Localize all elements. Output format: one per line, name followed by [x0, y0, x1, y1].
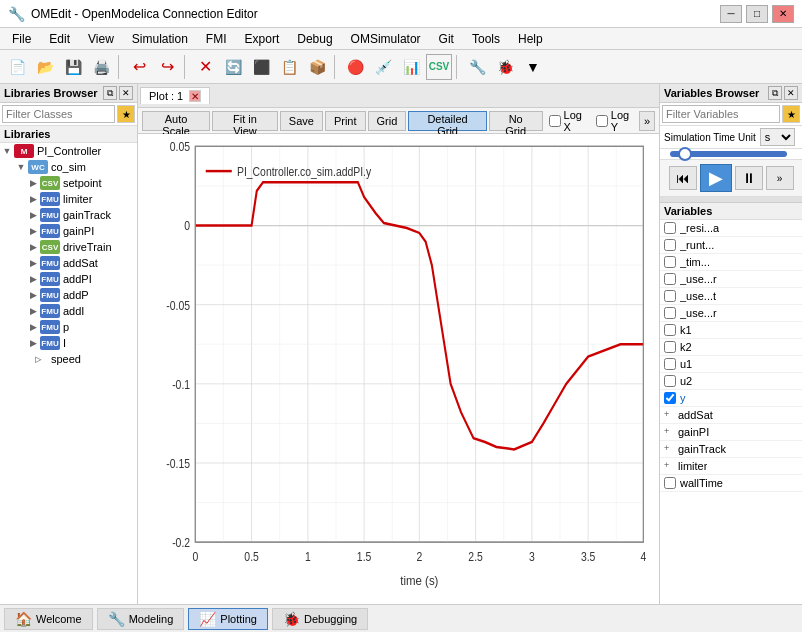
- var-checkbox[interactable]: [664, 375, 676, 387]
- play-button[interactable]: ▶: [700, 164, 732, 192]
- menu-item-tools[interactable]: Tools: [464, 30, 508, 48]
- var-checkbox[interactable]: [664, 256, 676, 268]
- save-button[interactable]: 💾: [60, 54, 86, 80]
- close-button[interactable]: ✕: [772, 5, 794, 23]
- lib-item-setpoint[interactable]: ▶CSVsetpoint: [0, 175, 137, 191]
- var-item-u1[interactable]: u1: [660, 356, 802, 373]
- package-button[interactable]: 📦: [304, 54, 330, 80]
- maximize-button[interactable]: □: [746, 5, 768, 23]
- var-checkbox[interactable]: [664, 392, 676, 404]
- lib-item-co-sim[interactable]: ▼WCco_sim: [0, 159, 137, 175]
- var-item--tim---[interactable]: _tim...: [660, 254, 802, 271]
- lib-item-expander[interactable]: ▶: [26, 338, 40, 348]
- connection-button[interactable]: 📋: [276, 54, 302, 80]
- log-x-check[interactable]: Log X: [549, 109, 590, 133]
- var-checkbox[interactable]: [664, 341, 676, 353]
- lib-item-expander[interactable]: ▶: [26, 306, 40, 316]
- undo-button[interactable]: ↩: [126, 54, 152, 80]
- lib-item-addi[interactable]: ▶FMUaddI: [0, 303, 137, 319]
- csv-button[interactable]: CSV: [426, 54, 452, 80]
- lib-item-expander[interactable]: ▶: [26, 258, 40, 268]
- menu-item-simulation[interactable]: Simulation: [124, 30, 196, 48]
- no-grid-button[interactable]: No Grid: [489, 111, 543, 131]
- lib-float-button[interactable]: ⧉: [103, 86, 117, 100]
- log-y-check[interactable]: Log Y: [596, 109, 637, 133]
- menu-item-export[interactable]: Export: [237, 30, 288, 48]
- inject-button[interactable]: 💉: [370, 54, 396, 80]
- lib-item-expander[interactable]: ▼: [14, 162, 28, 172]
- var-checkbox[interactable]: [664, 477, 676, 489]
- var-checkbox[interactable]: [664, 239, 676, 251]
- var-item-limiter[interactable]: +limiter: [660, 458, 802, 475]
- chart-button[interactable]: 📊: [398, 54, 424, 80]
- pause-button[interactable]: ⏸: [735, 166, 763, 190]
- menu-item-debug[interactable]: Debug: [289, 30, 340, 48]
- sim-time-select[interactable]: s ms min h: [760, 128, 795, 146]
- minimize-button[interactable]: ─: [720, 5, 742, 23]
- menu-item-file[interactable]: File: [4, 30, 39, 48]
- var-checkbox[interactable]: [664, 307, 676, 319]
- lib-filter-star[interactable]: ★: [117, 105, 135, 123]
- var-item-gaintrack[interactable]: +gainTrack: [660, 441, 802, 458]
- lib-item-i[interactable]: ▶FMUI: [0, 335, 137, 351]
- lib-search-input[interactable]: [2, 105, 115, 123]
- var-item-gainpi[interactable]: +gainPI: [660, 424, 802, 441]
- tab-modeling[interactable]: 🔧 Modeling: [97, 608, 185, 630]
- lib-item-expander[interactable]: ▶: [26, 322, 40, 332]
- block-button[interactable]: ⬛: [248, 54, 274, 80]
- var-checkbox[interactable]: [664, 324, 676, 336]
- lib-item-limiter[interactable]: ▶FMUlimiter: [0, 191, 137, 207]
- sim-button[interactable]: 🔴: [342, 54, 368, 80]
- stop-button[interactable]: ✕: [192, 54, 218, 80]
- lib-item-expander[interactable]: ▶: [26, 242, 40, 252]
- lib-item-expander[interactable]: ▶: [26, 210, 40, 220]
- var-item-k2[interactable]: k2: [660, 339, 802, 356]
- var-item-addsat[interactable]: +addSat: [660, 407, 802, 424]
- var-search-input[interactable]: [662, 105, 780, 123]
- lib-item-addp[interactable]: ▶FMUaddP: [0, 287, 137, 303]
- log-x-checkbox[interactable]: [549, 115, 561, 127]
- skip-start-button[interactable]: ⏮: [669, 166, 697, 190]
- auto-scale-button[interactable]: Auto Scale: [142, 111, 210, 131]
- lib-item-p[interactable]: ▶FMUp: [0, 319, 137, 335]
- var-expand-btn[interactable]: +: [664, 443, 676, 455]
- print-plot-button[interactable]: Print: [325, 111, 366, 131]
- var-checkbox[interactable]: [664, 290, 676, 302]
- menu-item-edit[interactable]: Edit: [41, 30, 78, 48]
- grid-button[interactable]: Grid: [368, 111, 407, 131]
- time-slider[interactable]: [670, 151, 787, 157]
- time-slider-thumb[interactable]: [678, 147, 692, 161]
- var-item--runt---[interactable]: _runt...: [660, 237, 802, 254]
- lib-item-addsat[interactable]: ▶FMUaddSat: [0, 255, 137, 271]
- refresh-button[interactable]: 🔄: [220, 54, 246, 80]
- tab-debugging[interactable]: 🐞 Debugging: [272, 608, 368, 630]
- var-item--use---r[interactable]: _use...r: [660, 305, 802, 322]
- tab-welcome[interactable]: 🏠 Welcome: [4, 608, 93, 630]
- tab-plotting[interactable]: 📈 Plotting: [188, 608, 268, 630]
- var-expand-btn[interactable]: +: [664, 460, 676, 472]
- lib-item-gainpi[interactable]: ▶FMUgainPI: [0, 223, 137, 239]
- lib-item-expander[interactable]: ▶: [26, 274, 40, 284]
- lib-close-button[interactable]: ✕: [119, 86, 133, 100]
- lib-item-speed[interactable]: ▷speed: [0, 351, 137, 367]
- var-checkbox[interactable]: [664, 273, 676, 285]
- lib-item-addpi[interactable]: ▶FMUaddPI: [0, 271, 137, 287]
- menu-item-help[interactable]: Help: [510, 30, 551, 48]
- var-item--use---r[interactable]: _use...r: [660, 271, 802, 288]
- more-button[interactable]: ▼: [520, 54, 546, 80]
- redo-button[interactable]: ↪: [154, 54, 180, 80]
- lib-item-expander[interactable]: ▶: [26, 290, 40, 300]
- var-checkbox[interactable]: [664, 222, 676, 234]
- more-playback-button[interactable]: »: [766, 166, 794, 190]
- lib-item-pi-controller[interactable]: ▼MPI_Controller: [0, 143, 137, 159]
- var-expand-btn[interactable]: +: [664, 426, 676, 438]
- var-filter-star[interactable]: ★: [782, 105, 800, 123]
- lib-item-expander[interactable]: ▶: [26, 194, 40, 204]
- menu-item-view[interactable]: View: [80, 30, 122, 48]
- print-button[interactable]: 🖨️: [88, 54, 114, 80]
- plot-more-button[interactable]: »: [639, 111, 655, 131]
- open-button[interactable]: 📂: [32, 54, 58, 80]
- menu-item-git[interactable]: Git: [431, 30, 462, 48]
- fit-in-view-button[interactable]: Fit in View: [212, 111, 278, 131]
- plot-tab-1[interactable]: Plot : 1 ✕: [140, 87, 210, 104]
